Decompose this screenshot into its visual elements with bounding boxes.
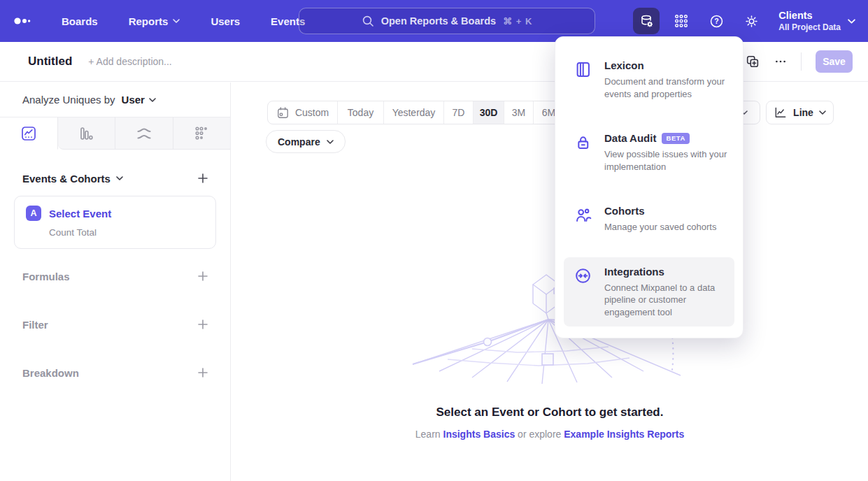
nav-right-controls: ? Clients All Project Data [633, 8, 855, 34]
compare-dropdown[interactable]: Compare [266, 130, 346, 153]
range-today[interactable]: Today [338, 101, 384, 124]
menu-item-desc: Connect Mixpanel to a data pipeline or c… [604, 282, 727, 319]
query-builder-sidebar: Analyze Uniques by User [0, 82, 231, 481]
duplicate-button[interactable] [745, 54, 760, 69]
example-reports-link[interactable]: Example Insights Reports [564, 429, 684, 440]
chevron-down-icon [149, 98, 156, 102]
menu-item-integrations[interactable]: Integrations Connect Mixpanel to a data … [564, 257, 734, 327]
save-button[interactable]: Save [816, 50, 853, 73]
data-audit-icon [574, 133, 592, 152]
header-divider [801, 52, 802, 71]
empty-state-subtitle: Learn Insights Basics or explore Example… [232, 429, 868, 440]
range-7d[interactable]: 7D [444, 101, 474, 124]
insights-basics-link[interactable]: Insights Basics [443, 429, 515, 440]
project-selector[interactable]: Clients All Project Data [778, 10, 855, 32]
plus-icon [197, 366, 209, 379]
line-chart-icon [774, 106, 788, 120]
nav-menu: Boards Reports Users Events [62, 15, 305, 27]
apps-grid-icon [674, 13, 689, 29]
select-event-button[interactable]: Select Event [49, 208, 111, 220]
plus-icon [197, 172, 209, 185]
chart-type-dropdown[interactable]: Line [766, 101, 834, 124]
data-management-button[interactable] [633, 8, 660, 34]
chevron-down-icon [819, 110, 826, 115]
header-controls: Save [745, 50, 853, 73]
menu-item-title: Integrations [604, 266, 664, 278]
flow-chart-tab-icon [136, 125, 152, 142]
analyze-row: Analyze Uniques by User [0, 82, 230, 117]
calendar-icon [276, 106, 290, 120]
integrations-icon [574, 266, 592, 285]
nav-item-boards[interactable]: Boards [62, 15, 98, 27]
line-chart-tab-icon [20, 125, 37, 142]
org-name: Clients [778, 10, 841, 21]
menu-item-title: Cohorts [604, 205, 645, 217]
bar-chart-tab-icon [78, 125, 94, 142]
add-breakdown-button[interactable] [197, 366, 209, 379]
menu-item-title: Lexicon [604, 59, 644, 71]
add-description-field[interactable]: + Add description... [88, 56, 171, 67]
apps-grid-button[interactable] [668, 8, 695, 34]
data-management-dropdown: Lexicon Document and transform your even… [555, 36, 744, 338]
help-icon: ? [709, 13, 725, 29]
tab-flow-chart[interactable] [115, 117, 173, 150]
add-filter-button[interactable] [197, 318, 209, 331]
chevron-down-icon [116, 176, 123, 180]
menu-item-desc: Document and transform your events and p… [604, 76, 727, 100]
events-cohorts-dropdown[interactable]: Events & Cohorts [22, 173, 123, 185]
event-card[interactable]: A Select Event Count Total [14, 196, 216, 249]
nav-item-reports[interactable]: Reports [129, 15, 180, 27]
plus-icon [197, 318, 209, 331]
metrics-grid-tab-icon [193, 125, 210, 142]
duplicate-icon [745, 54, 760, 69]
chevron-down-icon [848, 19, 855, 24]
menu-item-lexicon[interactable]: Lexicon Document and transform your even… [564, 51, 734, 108]
events-cohorts-header: Events & Cohorts [0, 172, 230, 185]
menu-item-data-audit[interactable]: Data Audit BETA View possible issues wit… [564, 124, 734, 181]
add-formula-button[interactable] [197, 270, 209, 282]
menu-item-desc: Manage your saved cohorts [604, 221, 727, 234]
help-button[interactable]: ? [703, 8, 730, 34]
tab-metrics-grid[interactable] [173, 117, 231, 150]
analyze-label: Analyze Uniques by [22, 94, 115, 106]
mixpanel-logo[interactable] [13, 10, 34, 31]
settings-gear-icon [744, 13, 760, 29]
settings-button[interactable] [738, 8, 764, 34]
range-yesterday[interactable]: Yesterday [384, 101, 444, 124]
breakdown-label: Breakdown [22, 367, 79, 379]
tab-bar-chart[interactable] [58, 117, 116, 150]
lexicon-book-icon [574, 60, 592, 79]
event-metric-dropdown[interactable]: Count Total [49, 227, 204, 238]
filter-section: Filter [0, 318, 230, 331]
chevron-down-icon [173, 19, 180, 23]
search-icon [362, 15, 374, 27]
svg-text:?: ? [714, 17, 718, 25]
top-nav: Boards Reports Users Events Open Reports… [0, 0, 868, 42]
menu-item-title: Data Audit [604, 132, 656, 144]
cohorts-people-icon [574, 206, 592, 224]
plus-icon [197, 270, 209, 282]
analyze-by-dropdown[interactable]: User [122, 94, 156, 106]
breakdown-section: Breakdown [0, 366, 230, 379]
chevron-down-icon [327, 140, 334, 144]
report-title[interactable]: Untitled [28, 55, 72, 69]
formulas-section: Formulas [0, 270, 230, 282]
menu-item-cohorts[interactable]: Cohorts Manage your saved cohorts [564, 196, 734, 242]
range-custom[interactable]: Custom [268, 101, 338, 124]
formulas-label: Formulas [22, 271, 70, 282]
nav-item-users[interactable]: Users [211, 15, 240, 27]
data-management-icon [639, 13, 655, 29]
beta-badge: BETA [662, 133, 690, 144]
more-menu-button[interactable] [774, 55, 787, 68]
search-placeholder: Open Reports & Boards [381, 15, 496, 27]
filter-label: Filter [22, 319, 48, 331]
range-30d[interactable]: 30D [474, 101, 504, 124]
add-event-button[interactable] [197, 172, 209, 185]
menu-item-desc: View possible issues with your implement… [604, 148, 727, 173]
global-search-input[interactable]: Open Reports & Boards ⌘ + K [299, 8, 595, 34]
range-3m[interactable]: 3M [504, 101, 534, 124]
tab-line-chart[interactable] [0, 117, 58, 150]
project-name: All Project Data [778, 22, 841, 32]
empty-state-title: Select an Event or Cohort to get started… [232, 405, 868, 419]
more-menu-icon [774, 55, 787, 68]
